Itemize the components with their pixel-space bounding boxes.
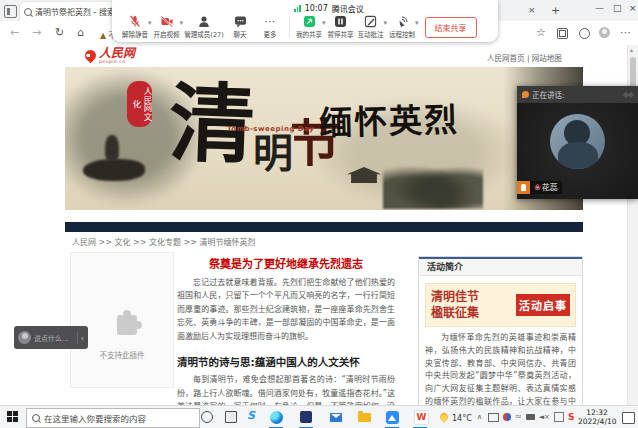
more-button[interactable]: ⋯ 更多: [255, 16, 285, 39]
end-share-button[interactable]: 结束共享: [425, 17, 477, 38]
windows-taskbar: 在这里输入你要搜索的内容 S W 14°C ∧ ≈ ◄× S 12:32 202…: [0, 405, 638, 428]
breadcrumb[interactable]: 人民网 >> 文化 >> 文化专题 >> 清明节缅怀英烈: [72, 236, 255, 247]
promo-badge: 活动启事: [516, 294, 570, 316]
tray-ime-icon[interactable]: [554, 412, 564, 422]
header-links[interactable]: 人民网首页 | 网站地图: [487, 52, 562, 63]
clock-date: 2022/4/10: [578, 418, 616, 427]
qq-app-icon[interactable]: [300, 411, 312, 423]
activity-intro-header: 活动简介: [419, 257, 582, 276]
browser-menu-icon[interactable]: ⋯: [620, 26, 631, 39]
task-view-button[interactable]: [225, 411, 237, 423]
file-explorer-icon[interactable]: [358, 413, 371, 422]
rider-silhouette: [105, 135, 119, 161]
tray-security-app-icon[interactable]: S: [568, 413, 574, 422]
start-video-button[interactable]: 开启视频: [152, 15, 182, 39]
wps-app-icon[interactable]: W: [414, 410, 429, 425]
browser-essentials-icon[interactable]: [579, 28, 590, 39]
tray-capture-icon[interactable]: [526, 414, 535, 420]
participant-name-bar: ❀花蕊: [517, 181, 562, 194]
start-button[interactable]: [7, 411, 18, 422]
article1-title[interactable]: 祭奠是为了更好地继承先烈遗志: [177, 255, 395, 271]
favorites-icon[interactable]: ☆: [536, 26, 546, 39]
meeting-watermark-icon: ◆◆: [623, 90, 633, 99]
tab-actions-icon[interactable]: [4, 5, 17, 18]
tray-speaker-muted-icon[interactable]: ◄×: [539, 413, 550, 421]
article2-title[interactable]: 清明节的诗与思:蕴涵中国人的人文关怀: [177, 354, 395, 369]
pill-collapse-icon[interactable]: ‹: [80, 333, 84, 343]
mic-muted-icon: [129, 15, 141, 28]
meeting-status-row: 10:07 腾讯会议: [136, 3, 522, 14]
forward-icon[interactable]: →: [32, 26, 41, 39]
weather-flame-icon[interactable]: [438, 411, 449, 422]
culture-seal: 人民网文化: [127, 81, 152, 127]
maximize-button[interactable]: □: [613, 3, 622, 13]
tray-display-icon[interactable]: [488, 413, 499, 422]
tencent-meeting-icon[interactable]: [386, 411, 399, 424]
warning-icon: ▲: [100, 31, 106, 40]
promo-line1: 清明佳节: [431, 289, 479, 305]
activity-intro-box: 活动简介 清明佳节 楹联征集 活动启事 为缅怀革命先烈的英雄事迹和崇高精神，弘扬…: [418, 256, 583, 405]
annotate-pen-icon: [364, 15, 377, 28]
banner-title-char-qing: 清: [168, 80, 257, 169]
tray-network-icon[interactable]: ≈: [515, 413, 522, 421]
edge-browser-icon[interactable]: [270, 411, 283, 424]
ink-trees: [383, 163, 483, 209]
back-icon[interactable]: ←: [10, 26, 19, 39]
more-ellipsis-icon: ⋯: [265, 16, 276, 28]
unmute-button[interactable]: 解除静音: [120, 15, 150, 39]
participant-avatar: [550, 114, 605, 169]
couplet-promo-banner[interactable]: 清明佳节 楹联征集 活动启事: [425, 283, 576, 327]
scroll-up-icon[interactable]: ▴: [630, 46, 633, 53]
article-column: 祭奠是为了更好地继承先烈遗志 忘记过去就意味着背叛。先烈们把生命献给了他们热爱的…: [177, 252, 395, 405]
pause-share-button[interactable]: 暂停共享: [326, 15, 356, 39]
refresh-icon[interactable]: ↻: [55, 26, 64, 39]
logo-text: 人民网: [99, 48, 135, 59]
meeting-video-panel[interactable]: 正在讲话: ◆◆ ❀花蕊: [517, 86, 638, 199]
new-tab-button[interactable]: +: [551, 4, 560, 17]
action-center-icon[interactable]: [622, 412, 635, 424]
chat-bubble-icon: [234, 15, 247, 28]
weather-temp[interactable]: 14°C: [452, 414, 472, 423]
peoples-daily-logo[interactable]: 人民网 people.cn: [85, 48, 135, 64]
tab-close-icon[interactable]: ×: [528, 5, 536, 15]
remote-control-button[interactable]: 远程控制: [387, 15, 417, 39]
toolbar-divider: [289, 16, 290, 38]
manage-members-button[interactable]: 管理成员(27): [183, 15, 225, 39]
chat-quick-pill[interactable]: 说点什么... ‹: [14, 326, 88, 349]
home-icon[interactable]: ⌂: [77, 26, 84, 39]
search-icon: [32, 414, 40, 422]
remote-options-caret[interactable]: ▾: [415, 19, 419, 27]
close-button[interactable]: ×: [629, 3, 637, 13]
camera-off-icon: [160, 15, 174, 28]
ime-app-icon[interactable]: S: [247, 409, 255, 422]
my-share-button[interactable]: 我的共享: [294, 15, 324, 39]
video-panel-header: 正在讲话: ◆◆: [517, 86, 638, 103]
tray-remote-app-icon[interactable]: [503, 413, 511, 421]
chat-avatar-icon: [18, 331, 31, 344]
participant-name: 花蕊: [542, 183, 558, 192]
plugin-unsupported-box[interactable]: 不支持此插件: [70, 252, 174, 388]
desktop-screen: 清明节祭祀英烈 - 搜索 × + — □ × ← → ↻ ⌂ ▲不安全 ☆ ⋯ …: [0, 0, 638, 428]
site-nav-bar: [65, 222, 583, 232]
profile-avatar[interactable]: [599, 27, 610, 38]
signal-bars-icon: [294, 5, 301, 12]
minimize-button[interactable]: —: [595, 3, 604, 13]
search-favicon-icon: [24, 8, 32, 16]
annotate-button[interactable]: 互动批注: [356, 15, 386, 39]
article2-body: 每到清明节，难免会想起那首著名的诗：“清明时节雨纷纷，路上行人欲断魂。借问酒家何…: [177, 373, 395, 405]
mail-app-icon[interactable]: [330, 413, 342, 422]
chat-input-placeholder[interactable]: 说点什么...: [34, 333, 75, 343]
speaking-icon: [522, 91, 529, 98]
cortana-button[interactable]: [201, 411, 213, 423]
collections-icon[interactable]: [557, 28, 568, 39]
plugin-notice: 不支持此插件: [71, 349, 173, 360]
remote-control-icon: [395, 15, 409, 28]
chat-button[interactable]: 聊天: [225, 15, 255, 39]
taskbar-clock[interactable]: 12:32 2022/4/10: [578, 409, 616, 426]
hidden-icons-chevron[interactable]: ∧: [477, 413, 482, 421]
tab-title: 清明节祭祀英烈 - 搜索: [35, 6, 115, 17]
pause-icon: [334, 15, 347, 28]
speaking-status: 正在讲话:: [532, 89, 620, 100]
article1-body: 忘记过去就意味着背叛。先烈们把生命献给了他们热爱的祖国和人民，只留下一个个平凡而…: [177, 276, 395, 343]
taskbar-search-box[interactable]: 在这里输入你要搜索的内容: [26, 408, 200, 428]
